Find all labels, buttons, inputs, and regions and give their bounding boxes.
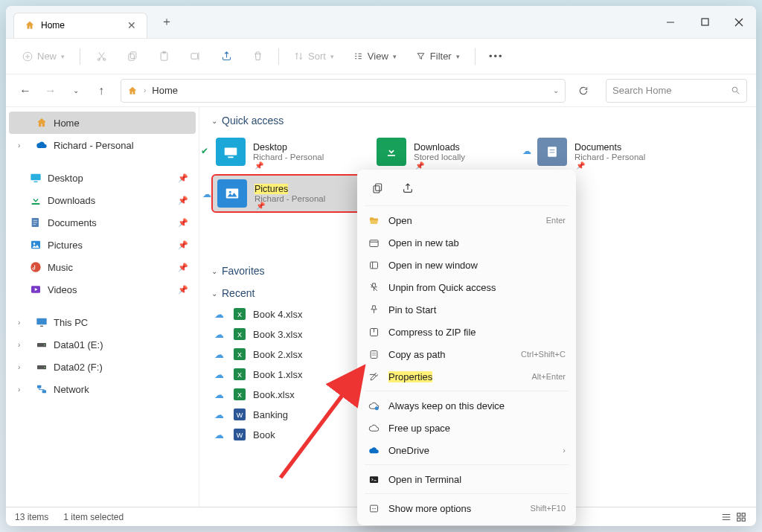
svg-rect-64 bbox=[369, 240, 377, 246]
delete-button[interactable] bbox=[244, 45, 271, 68]
pin-icon: 📌 bbox=[178, 196, 188, 205]
tab-icon bbox=[368, 237, 380, 249]
cut-button[interactable] bbox=[88, 45, 115, 68]
ctx-share-button[interactable] bbox=[397, 179, 418, 198]
ctx-open-window[interactable]: Open in new window bbox=[357, 254, 576, 276]
address-location: Home bbox=[152, 85, 178, 96]
ctx-always-keep[interactable]: Always keep on this device bbox=[357, 394, 576, 417]
view-button[interactable]: View▾ bbox=[346, 45, 404, 68]
search-input[interactable]: Search Home bbox=[606, 79, 747, 103]
pictures-folder-icon bbox=[217, 179, 247, 208]
sidebar-item-documents[interactable]: Documents 📌 bbox=[9, 211, 196, 234]
paste-button[interactable] bbox=[150, 45, 177, 68]
tab-close-icon[interactable]: ✕ bbox=[127, 19, 136, 31]
up-button[interactable]: ↑ bbox=[91, 80, 112, 101]
ctx-show-more[interactable]: Show more optionsShift+F10 bbox=[357, 497, 576, 519]
svg-rect-29 bbox=[40, 326, 43, 327]
rename-button[interactable] bbox=[182, 45, 208, 68]
ctx-free-up[interactable]: Free up space bbox=[357, 417, 576, 439]
svg-point-15 bbox=[732, 87, 737, 92]
chevron-right-icon[interactable]: › bbox=[18, 341, 20, 349]
pictures-icon bbox=[30, 239, 42, 251]
documents-icon bbox=[30, 217, 42, 228]
chevron-down-icon[interactable]: ⌄ bbox=[553, 86, 559, 94]
copy-icon bbox=[127, 51, 138, 62]
address-bar[interactable]: › Home ⌄ bbox=[121, 79, 566, 103]
sidebar-item-downloads[interactable]: Downloads 📌 bbox=[9, 189, 196, 211]
cloud-icon: ☁ bbox=[214, 409, 226, 420]
sidebar-item-drive1[interactable]: › Data01 (E:) bbox=[9, 333, 196, 356]
section-header-quick-access[interactable]: ⌄ Quick access bbox=[211, 115, 744, 126]
share-button[interactable] bbox=[213, 45, 240, 68]
svg-text:W: W bbox=[237, 411, 243, 419]
svg-text:X: X bbox=[237, 311, 242, 318]
svg-rect-35 bbox=[42, 390, 46, 393]
sidebar-item-videos[interactable]: Videos 📌 bbox=[9, 278, 196, 301]
minimize-button[interactable] bbox=[653, 6, 688, 39]
chevron-right-icon[interactable]: › bbox=[18, 385, 20, 394]
svg-rect-13 bbox=[190, 54, 197, 60]
excel-icon: X bbox=[234, 368, 246, 380]
tiles-view-button[interactable] bbox=[735, 512, 747, 522]
pin-icon: 📌 bbox=[256, 202, 265, 210]
downloads-folder-icon bbox=[377, 138, 406, 166]
ctx-onedrive[interactable]: OneDrive› bbox=[357, 439, 576, 461]
svg-rect-1 bbox=[702, 19, 708, 25]
details-view-button[interactable] bbox=[720, 512, 732, 522]
new-tab-button[interactable]: ＋ bbox=[156, 12, 177, 33]
ctx-pin-start[interactable]: Pin to Start bbox=[357, 298, 576, 321]
quick-access-desktop[interactable]: ✔ Desktop Richard - Personal 📌 bbox=[211, 132, 365, 171]
cloud-icon bbox=[368, 422, 380, 434]
ctx-open[interactable]: OpenEnter bbox=[357, 209, 576, 231]
ctx-terminal[interactable]: Open in Terminal bbox=[357, 468, 576, 490]
sort-button[interactable]: Sort▾ bbox=[286, 45, 342, 68]
refresh-button[interactable] bbox=[573, 80, 594, 101]
svg-rect-59 bbox=[742, 513, 745, 516]
svg-rect-62 bbox=[376, 184, 382, 190]
cloud-icon: ☁ bbox=[214, 329, 226, 340]
sidebar-item-this-pc[interactable]: › This PC bbox=[9, 311, 196, 333]
svg-rect-36 bbox=[225, 148, 237, 156]
forward-button[interactable]: → bbox=[40, 80, 61, 101]
desktop-folder-icon bbox=[216, 138, 246, 166]
more-icon bbox=[368, 502, 380, 514]
sidebar-item-music[interactable]: Music 📌 bbox=[9, 256, 196, 278]
svg-rect-9 bbox=[130, 52, 136, 59]
chevron-right-icon[interactable]: › bbox=[18, 363, 20, 371]
sidebar-item-network[interactable]: › Network bbox=[9, 378, 196, 400]
chevron-right-icon[interactable]: › bbox=[18, 318, 20, 327]
more-button[interactable]: ••• bbox=[483, 45, 510, 68]
sidebar-item-personal[interactable]: › Richard - Personal bbox=[9, 134, 196, 156]
quick-access-documents[interactable]: ☁ Documents Richard - Personal 📌 bbox=[533, 132, 686, 171]
quick-access-pictures[interactable]: ☁ Pictures Richard - Personal 📌 bbox=[211, 174, 365, 213]
share-icon bbox=[221, 51, 232, 62]
ctx-properties[interactable]: PropertiesAlt+Enter bbox=[357, 365, 576, 388]
sidebar-item-desktop[interactable]: Desktop 📌 bbox=[9, 167, 196, 189]
ctx-compress[interactable]: Compress to ZIP file bbox=[357, 321, 576, 343]
cloud-icon: ☁ bbox=[214, 349, 226, 360]
back-button[interactable]: ← bbox=[15, 80, 36, 101]
pin-icon: 📌 bbox=[178, 263, 188, 272]
sidebar-item-drive2[interactable]: › Data02 (F:) bbox=[9, 356, 196, 378]
ctx-copy-path[interactable]: Copy as pathCtrl+Shift+C bbox=[357, 343, 576, 365]
cloud-icon: ☁ bbox=[214, 389, 226, 400]
cloud-check-icon bbox=[368, 400, 380, 411]
chevron-right-icon[interactable]: › bbox=[18, 141, 20, 150]
sidebar-item-home[interactable]: Home bbox=[9, 112, 196, 134]
unpin-icon bbox=[368, 281, 380, 293]
tab-home[interactable]: Home ✕ bbox=[13, 13, 147, 38]
recent-locations-button[interactable]: ⌄ bbox=[65, 80, 86, 101]
ctx-copy-button[interactable] bbox=[368, 179, 388, 198]
ctx-open-tab[interactable]: Open in new tab bbox=[357, 231, 576, 254]
copy-button[interactable] bbox=[119, 45, 146, 68]
close-button[interactable] bbox=[722, 6, 756, 39]
cloud-icon: ☁ bbox=[522, 146, 531, 156]
toolbar: New ▾ Sort▾ View▾ Filter▾ ••• bbox=[6, 39, 756, 74]
filter-button[interactable]: Filter▾ bbox=[409, 45, 467, 68]
ctx-unpin[interactable]: Unpin from Quick access bbox=[357, 276, 576, 298]
maximize-button[interactable] bbox=[688, 6, 722, 39]
sidebar-item-pictures[interactable]: Pictures 📌 bbox=[9, 234, 196, 256]
pin-icon: 📌 bbox=[178, 285, 188, 295]
new-button[interactable]: New ▾ bbox=[15, 45, 72, 68]
quick-access-downloads[interactable]: Downloads Stored locally 📌 bbox=[372, 132, 525, 171]
